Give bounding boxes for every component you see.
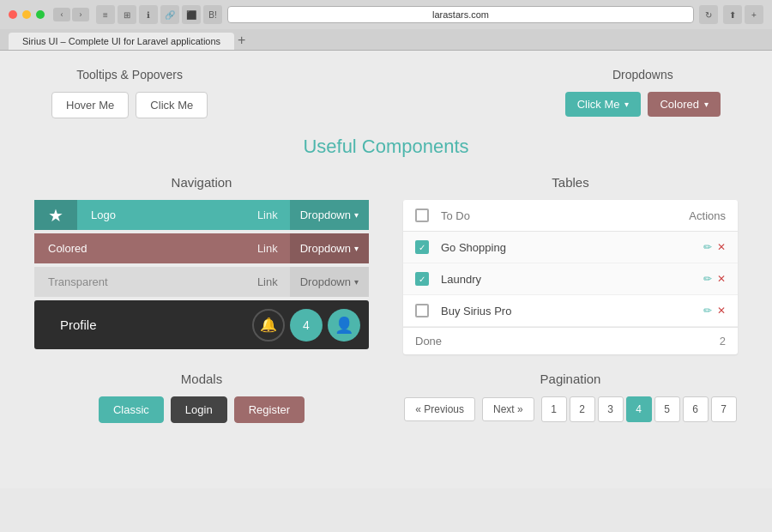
share-icon[interactable]: ⬆	[723, 5, 742, 24]
classic-modal-button[interactable]: Classic	[99, 396, 164, 423]
toolbar-icon-5: ⬛	[182, 5, 201, 24]
nav-bar2-dropdown[interactable]: Dropdown ▾	[290, 233, 369, 263]
dropdown-colored-label: Colored	[660, 98, 699, 111]
new-tab-button[interactable]: +	[238, 33, 245, 50]
nav-logo-text: Logo	[77, 200, 130, 230]
page-6-button[interactable]: 6	[683, 396, 709, 422]
nav-caret-3: ▾	[354, 277, 359, 287]
navigation-section: Navigation ★ Logo Link Dropdown ▾ Colore…	[34, 175, 369, 354]
done-count: 2	[720, 335, 726, 348]
nav-bar-colored: Colored Link Dropdown ▾	[34, 233, 369, 263]
navigation-title: Navigation	[34, 175, 369, 190]
bell-icon-button[interactable]: 🔔	[252, 309, 285, 342]
page-4-button[interactable]: 4	[626, 396, 652, 422]
user-icon: 👤	[335, 316, 353, 335]
login-modal-button[interactable]: Login	[171, 396, 227, 423]
toolbar-icon-2: ⊞	[118, 5, 136, 24]
header-checkbox[interactable]	[415, 209, 429, 222]
row2-delete-icon[interactable]: ✕	[717, 273, 726, 285]
new-tab-icon[interactable]: +	[745, 5, 763, 24]
prev-page-button[interactable]: « Previous	[404, 397, 475, 421]
dropdown-clickme-label: Click Me	[577, 98, 620, 111]
row2-edit-icon[interactable]: ✏	[703, 273, 712, 285]
row1-edit-icon[interactable]: ✏	[703, 241, 712, 253]
row2-text: Laundry	[441, 273, 703, 286]
nav-bar-logo: ★ Logo Link Dropdown ▾	[34, 200, 369, 230]
back-button[interactable]: ‹	[53, 8, 70, 21]
pagination-controls: « Previous Next » 1 2 3 4 5 6 7	[403, 396, 738, 422]
click-me-button[interactable]: Click Me	[136, 92, 208, 118]
page-3-button[interactable]: 3	[598, 396, 624, 422]
nav-bar3-label: Transparent	[34, 267, 122, 297]
hover-me-button[interactable]: Hover Me	[51, 92, 129, 118]
caret-icon-1: ▾	[624, 100, 629, 109]
modals-btn-group: Classic Login Register	[34, 396, 369, 423]
nav-bar2-label: Colored	[34, 233, 101, 263]
tooltips-btn-group: Hover Me Click Me	[51, 92, 208, 118]
forward-button[interactable]: ›	[72, 8, 89, 21]
nav-bar2-link[interactable]: Link	[245, 233, 290, 263]
maximize-button[interactable]	[36, 10, 45, 19]
tables-section: Tables To Do Actions ✓ Go Shopping	[403, 175, 738, 354]
active-tab[interactable]: Sirius UI – Complete UI for Laravel appl…	[9, 33, 234, 50]
pagination-section: Pagination « Previous Next » 1 2 3 4 5 6…	[403, 372, 738, 423]
nav-bar3-link[interactable]: Link	[245, 267, 290, 297]
tooltips-section: Tooltips & Popovers Hover Me Click Me	[51, 68, 208, 118]
nav-bar1-link[interactable]: Link	[245, 200, 290, 230]
table-footer: Done 2	[403, 327, 738, 354]
close-button[interactable]	[9, 10, 17, 19]
tooltips-title: Tooltips & Popovers	[51, 68, 208, 82]
useful-components-heading: Useful Components	[0, 127, 772, 175]
tables-title: Tables	[403, 175, 738, 190]
toolbar-icon-1: ≡	[96, 5, 115, 24]
notification-count: 4	[303, 318, 310, 332]
actions-column-header: Actions	[689, 209, 726, 222]
toolbar-icon-4: 🔗	[160, 5, 179, 24]
notification-count-button[interactable]: 4	[290, 309, 323, 342]
table-row: ✓ Go Shopping ✏ ✕	[403, 232, 738, 263]
nav-bar3-dropdown[interactable]: Dropdown ▾	[290, 267, 369, 297]
table-row: ✓ Laundry ✏ ✕	[403, 263, 738, 295]
dropdown-clickme-button[interactable]: Click Me ▾	[565, 92, 642, 117]
row1-text: Go Shopping	[441, 241, 703, 254]
page-7-button[interactable]: 7	[711, 396, 737, 422]
nav-logo-icon: ★	[34, 200, 77, 230]
next-page-button[interactable]: Next »	[482, 397, 534, 421]
dropdowns-section: Dropdowns Click Me ▾ Colored ▾	[565, 68, 721, 118]
nav-bar-profile: Profile 🔔 4 👤	[34, 300, 369, 349]
address-bar[interactable]: larastars.com	[227, 6, 694, 23]
page-numbers: 1 2 3 4 5 6 7	[541, 396, 737, 422]
table-container: To Do Actions ✓ Go Shopping ✏ ✕	[403, 200, 738, 354]
nav-caret-2: ▾	[354, 244, 359, 253]
page-1-button[interactable]: 1	[541, 396, 567, 422]
refresh-icon[interactable]: ↻	[699, 5, 718, 24]
row3-checkbox[interactable]	[415, 304, 429, 317]
todo-column-header: To Do	[441, 209, 689, 222]
row3-delete-icon[interactable]: ✕	[717, 305, 726, 317]
row2-actions: ✏ ✕	[703, 273, 726, 285]
browser-frame: ‹ › ≡ ⊞ ℹ 🔗 ⬛ B! larastars.com ↻ ⬆ + Sir…	[0, 0, 772, 51]
toolbar-icon-3: ℹ	[139, 5, 158, 24]
dropdowns-btn-group: Click Me ▾ Colored ▾	[565, 92, 721, 117]
register-modal-button[interactable]: Register	[234, 396, 305, 423]
nav-bar1-dropdown[interactable]: Dropdown ▾	[290, 200, 369, 230]
row3-edit-icon[interactable]: ✏	[703, 305, 712, 317]
row3-actions: ✏ ✕	[703, 305, 726, 317]
done-label: Done	[415, 335, 720, 348]
nav-bar-transparent: Transparent Link Dropdown ▾	[34, 267, 369, 297]
page-content: Tooltips & Popovers Hover Me Click Me Dr…	[0, 51, 772, 488]
dropdown-colored-button[interactable]: Colored ▾	[648, 92, 721, 117]
modals-section: Modals Classic Login Register	[34, 372, 369, 423]
caret-icon-2: ▾	[704, 100, 709, 109]
page-5-button[interactable]: 5	[654, 396, 680, 422]
avatar-button[interactable]: 👤	[328, 309, 360, 342]
row2-checkbox[interactable]: ✓	[415, 272, 429, 286]
row3-text: Buy Sirius Pro	[441, 305, 703, 317]
table-header: To Do Actions	[403, 200, 738, 232]
row1-checkbox[interactable]: ✓	[415, 240, 429, 254]
toolbar-icon-6: B!	[203, 5, 222, 24]
row1-delete-icon[interactable]: ✕	[717, 241, 726, 253]
page-2-button[interactable]: 2	[570, 396, 595, 422]
modals-title: Modals	[34, 372, 369, 386]
minimize-button[interactable]	[22, 10, 31, 19]
